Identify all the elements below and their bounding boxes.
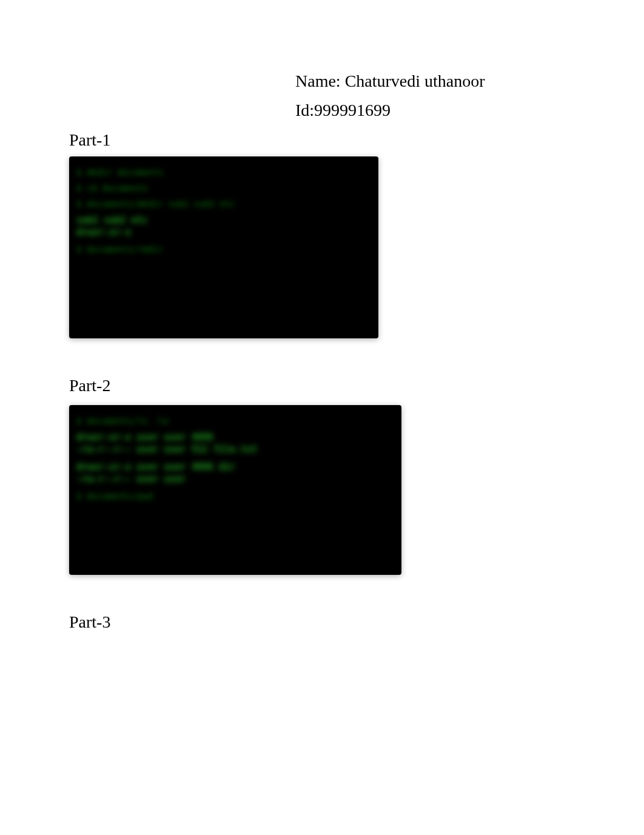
terminal-screenshot-2: $ documents/ls -la drwxr-xr-x user user …: [69, 405, 401, 575]
terminal-output: sub1 sub2 etc drwxr-xr-x: [76, 215, 371, 238]
terminal-output: drwxr-xr-x user user 4096 dir -rw-r--r--…: [76, 461, 394, 485]
part2-title: Part-2: [69, 376, 110, 395]
name-label: Name: Chaturvedi uthanoor: [295, 67, 485, 96]
terminal-line: $ documents/rmdir: [76, 244, 371, 254]
terminal-screenshot-1: $ mkdir documents $ cd documents $ docum…: [69, 156, 378, 338]
part3-title: Part-3: [69, 612, 110, 632]
id-label: Id:999991699: [295, 96, 485, 125]
terminal-output: drwxr-xr-x user user 4096 -rw-r--r-- use…: [76, 432, 394, 455]
part1-title: Part-1: [69, 130, 110, 150]
header-info: Name: Chaturvedi uthanoor Id:999991699: [295, 67, 485, 124]
terminal-line: $ documents/mkdir sub1 sub2 etc: [76, 199, 371, 209]
terminal-line: $ cd documents: [76, 183, 371, 193]
terminal-line: $ documents/pwd: [76, 491, 394, 501]
terminal-line: $ documents/ls -la: [76, 416, 394, 426]
terminal-line: $ mkdir documents: [76, 167, 371, 177]
